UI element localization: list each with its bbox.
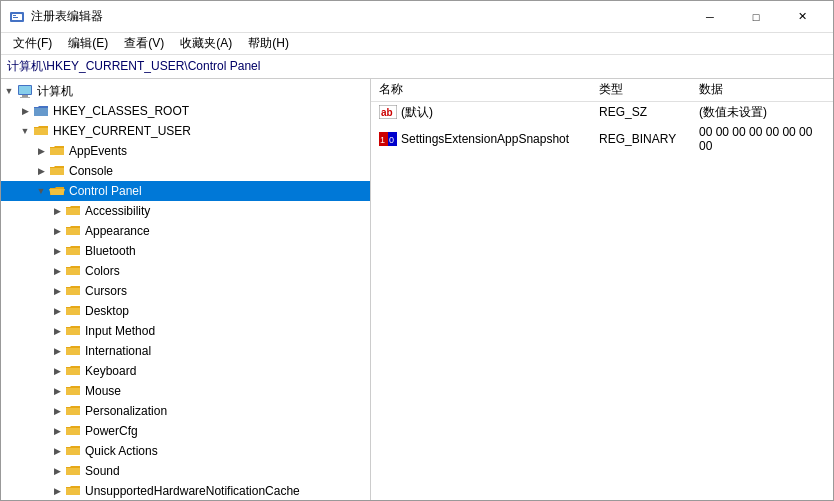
- cell-type-1: REG_BINARY: [591, 123, 691, 155]
- menu-item-f[interactable]: 文件(F): [5, 33, 60, 54]
- folder-icon-cursors: [65, 283, 81, 299]
- folder-icon-powercfg: [65, 423, 81, 439]
- tree-label-colors: Colors: [85, 264, 120, 278]
- expand-btn-hkcr[interactable]: ▶: [17, 103, 33, 119]
- expand-btn-control_panel[interactable]: ▼: [33, 183, 49, 199]
- tree-item-desktop[interactable]: ▶Desktop: [1, 301, 370, 321]
- expand-btn-hkcu[interactable]: ▼: [17, 123, 33, 139]
- tree-item-appevents[interactable]: ▶AppEvents: [1, 141, 370, 161]
- tree-label-appevents: AppEvents: [69, 144, 127, 158]
- tree-item-cursors[interactable]: ▶Cursors: [1, 281, 370, 301]
- reg-row-icon-1: 1 0 SettingsExtensionAppSnapshot: [379, 132, 583, 146]
- cell-data-1: 00 00 00 00 00 00 00 00: [691, 123, 833, 155]
- tree-item-powercfg[interactable]: ▶PowerCfg: [1, 421, 370, 441]
- tree-item-accessibility[interactable]: ▶Accessibility: [1, 201, 370, 221]
- tree-label-mouse: Mouse: [85, 384, 121, 398]
- tree-item-console[interactable]: ▶Console: [1, 161, 370, 181]
- tree-item-keyboard[interactable]: ▶Keyboard: [1, 361, 370, 381]
- folder-icon-personalization: [65, 403, 81, 419]
- table-row-1[interactable]: 1 0 SettingsExtensionAppSnapshotREG_BINA…: [371, 123, 833, 155]
- svg-text:ab: ab: [381, 107, 393, 118]
- expand-placeholder-keyboard: ▶: [49, 363, 65, 379]
- maximize-button[interactable]: □: [733, 1, 779, 33]
- tree-label-personalization: Personalization: [85, 404, 167, 418]
- folder-icon-international: [65, 343, 81, 359]
- svg-rect-7: [20, 97, 30, 98]
- folder-icon-bluetooth: [65, 243, 81, 259]
- tree-item-colors[interactable]: ▶Colors: [1, 261, 370, 281]
- folder-icon-hkcu: [33, 123, 49, 139]
- tree-item-hkcu[interactable]: ▼HKEY_CURRENT_USER: [1, 121, 370, 141]
- expand-placeholder-quick_actions: ▶: [49, 443, 65, 459]
- registry-table: 名称 类型 数据 ab (默认)REG_SZ(数值未设置) 1 0 Settin…: [371, 79, 833, 155]
- tree-label-powercfg: PowerCfg: [85, 424, 138, 438]
- tree-label-quick_actions: Quick Actions: [85, 444, 158, 458]
- expand-placeholder-accessibility: ▶: [49, 203, 65, 219]
- tree-label-hkcr: HKEY_CLASSES_ROOT: [53, 104, 189, 118]
- tree-item-bluetooth[interactable]: ▶Bluetooth: [1, 241, 370, 261]
- tree-label-international: International: [85, 344, 151, 358]
- tree-label-console: Console: [69, 164, 113, 178]
- tree-item-unsupported[interactable]: ▶UnsupportedHardwareNotificationCache: [1, 481, 370, 500]
- tree-item-mouse[interactable]: ▶Mouse: [1, 381, 370, 401]
- cell-name-text-1: SettingsExtensionAppSnapshot: [401, 132, 569, 146]
- col-name[interactable]: 名称: [371, 79, 591, 101]
- tree-item-international[interactable]: ▶International: [1, 341, 370, 361]
- tree-item-sound[interactable]: ▶Sound: [1, 461, 370, 481]
- right-pane[interactable]: 名称 类型 数据 ab (默认)REG_SZ(数值未设置) 1 0 Settin…: [371, 79, 833, 500]
- minimize-button[interactable]: ─: [687, 1, 733, 33]
- menu-item-e[interactable]: 编辑(E): [60, 33, 116, 54]
- folder-icon-appevents: [49, 143, 65, 159]
- tree-item-input_method[interactable]: ▶Input Method: [1, 321, 370, 341]
- cell-data-0: (数值未设置): [691, 101, 833, 123]
- tree-label-accessibility: Accessibility: [85, 204, 150, 218]
- tree-label-bluetooth: Bluetooth: [85, 244, 136, 258]
- expand-placeholder-colors: ▶: [49, 263, 65, 279]
- close-button[interactable]: ✕: [779, 1, 825, 33]
- tree-pane[interactable]: ▼计算机▶HKEY_CLASSES_ROOT▼HKEY_CURRENT_USER…: [1, 79, 371, 500]
- tree-item-personalization[interactable]: ▶Personalization: [1, 401, 370, 421]
- menu-item-v[interactable]: 查看(V): [116, 33, 172, 54]
- reg-row-icon-0: ab (默认): [379, 104, 583, 121]
- tree-label-appearance: Appearance: [85, 224, 150, 238]
- table-row-0[interactable]: ab (默认)REG_SZ(数值未设置): [371, 101, 833, 123]
- folder-icon-console: [49, 163, 65, 179]
- tree-item-computer[interactable]: ▼计算机: [1, 81, 370, 101]
- expand-placeholder-mouse: ▶: [49, 383, 65, 399]
- main-area: ▼计算机▶HKEY_CLASSES_ROOT▼HKEY_CURRENT_USER…: [1, 79, 833, 500]
- window-controls: ─ □ ✕: [687, 1, 825, 33]
- expand-btn-computer[interactable]: ▼: [1, 83, 17, 99]
- folder-icon-sound: [65, 463, 81, 479]
- expand-placeholder-appearance: ▶: [49, 223, 65, 239]
- tree-label-keyboard: Keyboard: [85, 364, 136, 378]
- cell-name-0: ab (默认): [371, 101, 591, 123]
- registry-editor-window: 注册表编辑器 ─ □ ✕ 文件(F)编辑(E)查看(V)收藏夹(A)帮助(H) …: [0, 0, 834, 501]
- folder-icon-appearance: [65, 223, 81, 239]
- col-data[interactable]: 数据: [691, 79, 833, 101]
- expand-placeholder-input_method: ▶: [49, 323, 65, 339]
- window-title: 注册表编辑器: [31, 8, 687, 25]
- tree-item-quick_actions[interactable]: ▶Quick Actions: [1, 441, 370, 461]
- folder-icon-control_panel: [49, 183, 65, 199]
- menu-item-a[interactable]: 收藏夹(A): [172, 33, 240, 54]
- expand-btn-appevents[interactable]: ▶: [33, 143, 49, 159]
- menu-item-h[interactable]: 帮助(H): [240, 33, 297, 54]
- expand-placeholder-bluetooth: ▶: [49, 243, 65, 259]
- expand-placeholder-sound: ▶: [49, 463, 65, 479]
- folder-icon-colors: [65, 263, 81, 279]
- expand-btn-console[interactable]: ▶: [33, 163, 49, 179]
- folder-icon-mouse: [65, 383, 81, 399]
- col-type[interactable]: 类型: [591, 79, 691, 101]
- tree-item-hkcr[interactable]: ▶HKEY_CLASSES_ROOT: [1, 101, 370, 121]
- svg-rect-2: [13, 15, 16, 16]
- cell-name-1: 1 0 SettingsExtensionAppSnapshot: [371, 123, 591, 155]
- tree-item-appearance[interactable]: ▶Appearance: [1, 221, 370, 241]
- svg-text:1: 1: [380, 135, 385, 145]
- svg-rect-5: [19, 86, 31, 94]
- folder-icon-hkcr: [33, 103, 49, 119]
- tree-label-cursors: Cursors: [85, 284, 127, 298]
- app-icon: [9, 9, 25, 25]
- cell-type-0: REG_SZ: [591, 101, 691, 123]
- tree-item-control_panel[interactable]: ▼Control Panel: [1, 181, 370, 201]
- menu-bar: 文件(F)编辑(E)查看(V)收藏夹(A)帮助(H): [1, 33, 833, 55]
